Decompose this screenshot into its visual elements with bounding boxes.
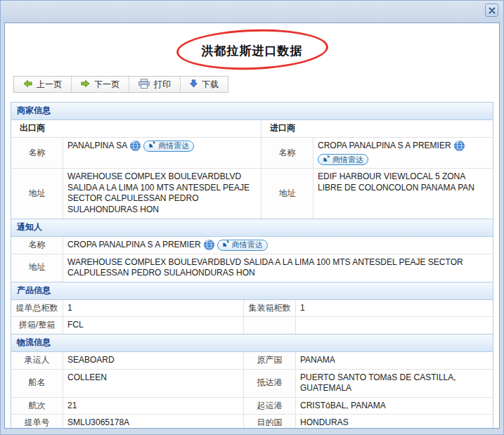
field-label: 承运人 bbox=[11, 352, 63, 369]
field-value bbox=[296, 317, 493, 334]
next-page-button[interactable]: 下一页 bbox=[72, 77, 129, 92]
section-product: 产品信息 提单总柜数 1 集装箱柜数 1 拼箱/整箱 FCL bbox=[11, 282, 493, 334]
field-label bbox=[244, 317, 296, 334]
field-label: 起运港 bbox=[244, 398, 296, 415]
field-label: 目的国 bbox=[244, 415, 296, 429]
field-value: COLLEEN bbox=[63, 370, 244, 397]
blue-down-arrow-icon bbox=[190, 79, 198, 90]
prev-page-label: 上一页 bbox=[37, 79, 62, 91]
globe-icon[interactable] bbox=[454, 141, 465, 151]
radar-icon bbox=[148, 141, 156, 150]
details-table: 商家信息 出口商 进口商 名称 PANALPINA SA bbox=[11, 102, 493, 429]
radar-icon bbox=[222, 240, 230, 249]
field-label: 集装箱柜数 bbox=[244, 300, 296, 317]
dialog-titlebar bbox=[1, 1, 503, 22]
green-left-arrow-icon bbox=[23, 79, 32, 90]
notify-name-value: CROPA PANALPINA S A PREMIER bbox=[67, 240, 201, 251]
field-value: SEABOARD bbox=[63, 352, 244, 369]
prev-page-button[interactable]: 上一页 bbox=[14, 77, 72, 92]
field-value: PUERTO SANTO TOMáS DE CASTILLA, GUATEMAL… bbox=[296, 370, 493, 397]
radar-badge-button[interactable]: 商情雷达 bbox=[143, 141, 194, 152]
field-value: FCL bbox=[63, 317, 244, 334]
notify-name-label: 名称 bbox=[11, 237, 63, 254]
dialog-content-panel: 洪都拉斯进口数据 上一页 下一页 bbox=[4, 22, 500, 429]
exporter-name-label: 名称 bbox=[11, 138, 63, 169]
next-page-label: 下一页 bbox=[94, 79, 119, 91]
section-product-header: 产品信息 bbox=[11, 282, 493, 300]
radar-icon bbox=[323, 155, 330, 164]
download-button[interactable]: 下载 bbox=[181, 77, 228, 92]
field-label: 航次 bbox=[11, 398, 63, 415]
field-label: 拼箱/整箱 bbox=[11, 317, 63, 334]
dialog-window: 洪都拉斯进口数据 上一页 下一页 bbox=[0, 0, 504, 435]
notify-address-value: WAREHOUSE COMPLEX BOULEVARDBLVD SALIDA A… bbox=[63, 254, 493, 282]
notify-address-label: 地址 bbox=[11, 254, 63, 282]
print-label: 打印 bbox=[154, 79, 171, 91]
toolbar: 上一页 下一页 打印 bbox=[13, 76, 228, 93]
radar-badge-label: 商情雷达 bbox=[232, 240, 263, 249]
field-value: PANAMA bbox=[296, 352, 493, 369]
section-merchant: 商家信息 出口商 进口商 名称 PANALPINA SA bbox=[11, 103, 493, 219]
field-value: SMLU3065178A bbox=[63, 415, 244, 429]
exporter-name-value: PANALPINA SA bbox=[67, 141, 127, 152]
radar-badge-label: 商情雷达 bbox=[158, 141, 189, 150]
field-label: 原产国 bbox=[244, 352, 296, 369]
globe-icon[interactable] bbox=[204, 240, 214, 250]
field-label: 船名 bbox=[11, 370, 63, 397]
field-value: 1 bbox=[63, 300, 244, 317]
section-merchant-header: 商家信息 bbox=[11, 103, 493, 120]
section-notify: 通知人 名称 CROPA PANALPINA S A PREMIER 商情雷达 bbox=[11, 219, 493, 282]
importer-address-label: 地址 bbox=[261, 169, 314, 218]
radar-badge-label: 商情雷达 bbox=[332, 155, 363, 164]
radar-badge-button[interactable]: 商情雷达 bbox=[217, 240, 268, 251]
field-label: 提单号 bbox=[11, 415, 63, 429]
exporter-column-header: 出口商 bbox=[11, 120, 261, 137]
field-label: 提单总柜数 bbox=[11, 300, 63, 317]
close-icon bbox=[489, 4, 496, 17]
exporter-address-label: 地址 bbox=[11, 169, 63, 218]
section-logistics-header: 物流信息 bbox=[11, 334, 493, 352]
importer-column-header: 进口商 bbox=[261, 120, 493, 137]
importer-address-value: EDIF HARBOUR VIEWLOCAL 5 ZONA LIBRE DE C… bbox=[314, 169, 493, 218]
globe-icon[interactable] bbox=[130, 141, 141, 151]
section-notify-header: 通知人 bbox=[11, 219, 493, 237]
field-value: 1 bbox=[296, 300, 493, 317]
field-value: HONDURAS bbox=[296, 415, 493, 429]
field-label: 抵达港 bbox=[244, 370, 296, 397]
importer-name-value: CROPA PANALPINA S A PREMIER bbox=[318, 141, 451, 152]
printer-icon bbox=[138, 79, 150, 91]
radar-badge-button[interactable]: 商情雷达 bbox=[318, 154, 368, 165]
field-value: CRISTóBAL, PANAMA bbox=[296, 398, 493, 415]
print-button[interactable]: 打印 bbox=[129, 77, 181, 92]
importer-name-label: 名称 bbox=[261, 138, 314, 169]
close-button[interactable] bbox=[485, 4, 498, 17]
green-right-arrow-icon bbox=[81, 79, 90, 90]
title-area: 洪都拉斯进口数据 bbox=[5, 29, 499, 71]
section-logistics: 物流信息 承运人 SEABOARD 原产国 PANAMA 船名 COLLEEN … bbox=[11, 334, 493, 429]
download-label: 下载 bbox=[202, 79, 219, 91]
field-value: 21 bbox=[63, 398, 244, 415]
exporter-address-value: WAREHOUSE COMPLEX BOULEVARDBLVD SALIDA A… bbox=[63, 169, 261, 218]
page-title: 洪都拉斯进口数据 bbox=[5, 43, 499, 59]
